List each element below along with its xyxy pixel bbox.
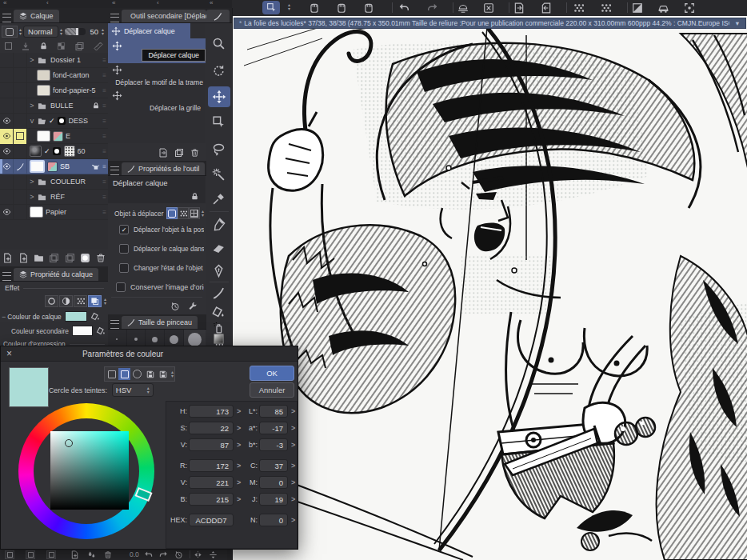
save-settings-button[interactable] xyxy=(144,368,156,380)
tab-propriete-du-calque[interactable]: Propriété du calque xyxy=(14,268,98,281)
visibility-toggle[interactable] xyxy=(0,53,14,68)
create-mask-button[interactable] xyxy=(80,253,90,263)
visibility-toggle[interactable] xyxy=(0,190,14,205)
dialog-title-bar[interactable]: × Paramètres de couleur xyxy=(1,346,298,362)
drag-handle[interactable]: ≡ xyxy=(102,87,106,94)
eraser-tool[interactable] xyxy=(212,242,226,255)
expand-icon[interactable]: > xyxy=(27,56,37,64)
visibility-toggle[interactable] xyxy=(0,68,14,83)
field-value-r[interactable]: 172 xyxy=(189,459,234,472)
transfer-down-button[interactable] xyxy=(49,253,59,263)
new-folder-button[interactable] xyxy=(34,253,44,263)
tone-effect-button[interactable] xyxy=(59,295,73,307)
sv-square[interactable] xyxy=(50,431,129,510)
unlock-settings-icon[interactable] xyxy=(190,192,199,201)
quick-color-button[interactable] xyxy=(87,550,96,559)
stepper-c[interactable]: > xyxy=(291,462,295,470)
ink-brush-tool[interactable] xyxy=(212,286,226,300)
collapse-tool-panel[interactable]: « xyxy=(210,0,213,6)
auto-select-tool[interactable] xyxy=(212,168,226,182)
document-title-dropdown-icon[interactable]: ▾ xyxy=(736,19,739,27)
layer-row-dossier-1[interactable]: > Dossier 1 ≡ xyxy=(0,53,108,68)
layer-color-effect-button[interactable] xyxy=(88,295,102,307)
tab-tools[interactable] xyxy=(206,10,230,22)
blend-mode-select[interactable]: Normal xyxy=(23,26,58,38)
canvas-area[interactable]: * La folie des lucioles* 37/38, 38/38 (4… xyxy=(232,16,747,560)
visibility-toggle[interactable] xyxy=(0,205,14,220)
stepper-m[interactable]: > xyxy=(291,478,295,486)
reset-rotation-button[interactable] xyxy=(174,550,183,559)
view-hue-ring-button[interactable] xyxy=(118,368,130,380)
border-effect-button[interactable] xyxy=(45,295,58,307)
tool-settings-button[interactable] xyxy=(188,302,198,311)
redo-button[interactable] xyxy=(427,2,438,14)
object-tool[interactable] xyxy=(212,115,226,129)
field-value-j[interactable]: 19 xyxy=(259,493,288,506)
layer-row-papier[interactable]: Papier ≡ xyxy=(0,205,108,220)
delete-selection-button[interactable] xyxy=(483,2,494,14)
previous-page-button[interactable] xyxy=(541,2,552,14)
clip-to-layer-below-icon[interactable] xyxy=(21,42,30,51)
new-page-button[interactable] xyxy=(70,550,79,559)
edit-indicator[interactable] xyxy=(14,129,27,144)
expand-icon[interactable]: > xyxy=(27,178,37,186)
effect-spinner[interactable]: ▴▾ xyxy=(104,298,106,305)
mask-thumbnail[interactable] xyxy=(57,116,66,126)
subtool-panel-menu-button[interactable] xyxy=(108,14,122,22)
layer-panel-menu-button[interactable] xyxy=(0,14,14,22)
add-tone-button[interactable] xyxy=(573,2,584,14)
view-circle-button[interactable] xyxy=(131,368,143,380)
checkbox-keep-original[interactable] xyxy=(116,282,126,292)
stepper-n[interactable]: > xyxy=(291,516,295,524)
layer-property-menu-button[interactable] xyxy=(0,272,14,281)
view-square-small-button[interactable] xyxy=(106,368,118,380)
checkbox-move-to-clicked[interactable]: ✓ xyxy=(119,225,129,234)
tab-calque[interactable]: Calque xyxy=(14,10,59,22)
ok-button[interactable]: OK xyxy=(250,366,294,381)
subtool-current-row[interactable]: Déplacer calque xyxy=(108,23,190,38)
delete-layer-button[interactable] xyxy=(96,253,106,263)
drag-handle[interactable]: ≡ xyxy=(102,163,106,170)
visibility-toggle[interactable] xyxy=(0,98,14,114)
field-value-n[interactable]: 0 xyxy=(259,514,288,526)
fill-tool[interactable] xyxy=(212,306,226,319)
field-value-s[interactable]: 22 xyxy=(189,422,234,434)
drag-handle[interactable]: ≡ xyxy=(102,209,106,216)
thumbnail-toggle-icon[interactable] xyxy=(5,42,12,50)
color-settings-dialog[interactable]: × Paramètres de couleur ▴▾ Cercle des te… xyxy=(0,346,298,550)
brush-size-menu-button[interactable] xyxy=(108,320,122,329)
blend-thumbnail-box[interactable] xyxy=(2,26,18,38)
lock-layer-icon[interactable] xyxy=(39,42,48,50)
expand-icon[interactable]: v xyxy=(27,117,37,125)
merge-down-button[interactable] xyxy=(65,253,75,263)
remove-tone-button[interactable] xyxy=(600,2,611,14)
layer-row-couleur[interactable]: > COULEUR ≡ xyxy=(0,174,108,190)
touch-gesture-3-icon[interactable] xyxy=(363,2,374,14)
fountain-pen-tool[interactable] xyxy=(212,264,226,278)
rotate-cw-button[interactable] xyxy=(159,550,168,559)
lasso-selection-tool[interactable] xyxy=(212,142,226,156)
checkbox-change-object-state[interactable] xyxy=(119,263,129,273)
drag-handle[interactable]: ≡ xyxy=(102,118,106,125)
airbrush-tool[interactable] xyxy=(213,322,225,334)
blend-box-spinner[interactable]: ▴▾ xyxy=(19,28,22,35)
touch-gesture-1-icon[interactable] xyxy=(309,2,320,14)
drag-handle[interactable]: ≡ xyxy=(102,57,106,64)
tab-taille-de-pinceau[interactable]: Taille de pinceau xyxy=(122,316,198,329)
eyedropper-tool[interactable] xyxy=(212,192,226,206)
field-value-b[interactable]: 215 xyxy=(189,493,234,506)
layer-row-bulle[interactable]: > BULLE ≡ xyxy=(0,98,108,114)
opacity-value[interactable]: 50 xyxy=(87,26,100,37)
cancel-button[interactable]: Annuler xyxy=(250,382,294,398)
opacity-slider[interactable] xyxy=(65,28,86,35)
stepper-j[interactable]: > xyxy=(291,495,295,503)
enable-mask-icon[interactable] xyxy=(74,42,85,51)
blend-mode-spinner[interactable]: ▴▾ xyxy=(60,28,62,35)
vehicle-material-button[interactable] xyxy=(657,2,669,14)
workspace-toggle-2[interactable] xyxy=(26,550,35,559)
duplicate-subtool-button[interactable] xyxy=(174,148,184,158)
layer-color-swatch[interactable] xyxy=(65,311,87,322)
collapse-left-panel[interactable]: « xyxy=(3,0,6,6)
current-tool-button[interactable] xyxy=(262,1,280,14)
checkbox-move-in-selection[interactable] xyxy=(119,244,129,254)
